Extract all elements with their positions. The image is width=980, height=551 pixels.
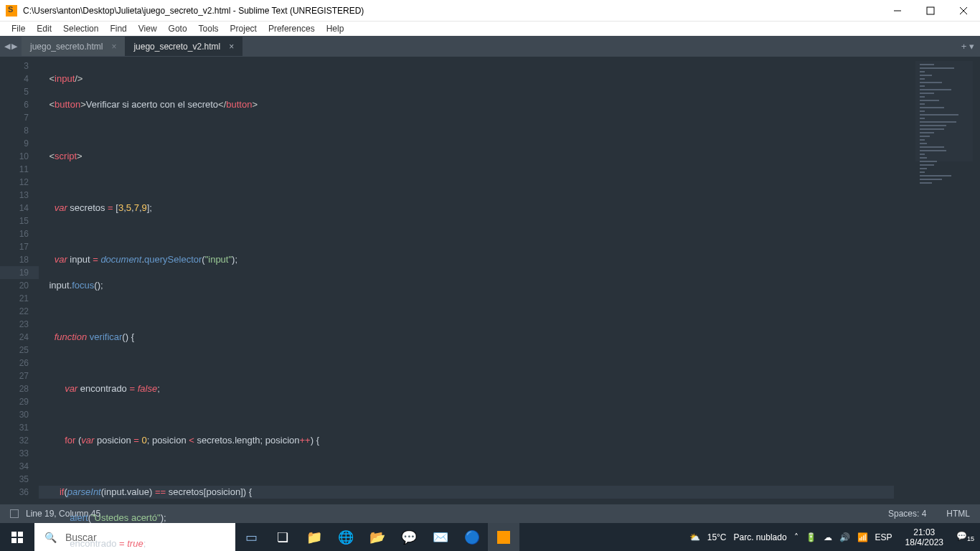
line-number: 26 (0, 357, 39, 369)
line-number: 32 (0, 434, 39, 447)
close-tab-icon[interactable]: × (111, 42, 116, 52)
line-number: 24 (0, 331, 39, 344)
line-number: 18 (0, 253, 39, 266)
line-number: 14 (0, 202, 39, 215)
menubar: File Edit Selection Find View Goto Tools… (0, 22, 980, 36)
line-number: 8 (0, 124, 39, 137)
panel-toggle-icon[interactable] (10, 509, 19, 518)
menu-selection[interactable]: Selection (57, 24, 104, 34)
line-number: 13 (0, 189, 39, 202)
start-button[interactable] (0, 532, 34, 543)
line-number: 19 (0, 266, 39, 279)
line-number: 35 (0, 473, 39, 486)
line-number: 25 (0, 344, 39, 357)
line-number: 28 (0, 382, 39, 395)
menu-view[interactable]: View (133, 24, 163, 34)
line-number: 15 (0, 215, 39, 227)
tab-label: juego_secreto.html (30, 42, 103, 52)
menu-help[interactable]: Help (321, 24, 350, 34)
line-number: 34 (0, 460, 39, 473)
svg-rect-4 (11, 532, 17, 537)
line-number: 23 (0, 318, 39, 331)
menu-goto[interactable]: Goto (163, 24, 193, 34)
line-gutter: 3456789101112131415161718192021222324252… (0, 57, 39, 504)
menu-find[interactable]: Find (104, 24, 132, 34)
line-number: 7 (0, 111, 39, 124)
menu-preferences[interactable]: Preferences (263, 24, 321, 34)
line-number: 4 (0, 72, 39, 85)
line-number: 27 (0, 369, 39, 382)
nav-back-icon[interactable]: ◀ (4, 42, 10, 51)
close-button[interactable] (947, 0, 980, 21)
tab-file-1[interactable]: juego_secreto.html × (22, 37, 125, 56)
line-number: 31 (0, 421, 39, 434)
tab-label: juego_secreto_v2.html (133, 42, 220, 52)
menu-edit[interactable]: Edit (31, 24, 57, 34)
line-number: 6 (0, 98, 39, 111)
new-tab-button[interactable]: + ▾ (956, 41, 980, 52)
line-number: 29 (0, 395, 39, 408)
editor-area[interactable]: 3456789101112131415161718192021222324252… (0, 57, 980, 504)
time: 21:03 (905, 527, 943, 537)
svg-rect-1 (927, 7, 934, 14)
line-number: 30 (0, 408, 39, 421)
line-number: 17 (0, 240, 39, 253)
window-title: C:\Users\anton\Desktop\Julieta\juego_sec… (23, 6, 881, 16)
minimap[interactable] (894, 57, 980, 504)
svg-rect-7 (18, 538, 23, 543)
nav-fwd-icon[interactable]: ▶ (11, 42, 17, 51)
line-number: 9 (0, 137, 39, 150)
line-number: 11 (0, 163, 39, 176)
code-area[interactable]: <input/> <button>Verificar si acerto con… (39, 57, 894, 504)
line-number: 10 (0, 150, 39, 163)
menu-tools[interactable]: Tools (193, 24, 225, 34)
app-logo-icon (6, 5, 17, 17)
line-number: 33 (0, 447, 39, 460)
tab-file-2[interactable]: juego_secreto_v2.html × (125, 37, 242, 56)
svg-rect-6 (11, 538, 17, 543)
date: 18/4/2023 (905, 537, 943, 547)
notifications-icon[interactable]: 💬15 (956, 531, 974, 542)
svg-rect-5 (18, 532, 23, 537)
titlebar: C:\Users\anton\Desktop\Julieta\juego_sec… (0, 0, 980, 22)
line-number: 21 (0, 292, 39, 305)
line-number: 20 (0, 279, 39, 292)
line-number: 16 (0, 227, 39, 240)
maximize-button[interactable] (914, 0, 947, 21)
line-number: 36 (0, 486, 39, 499)
line-number: 5 (0, 85, 39, 98)
menu-project[interactable]: Project (225, 24, 263, 34)
menu-file[interactable]: File (6, 24, 31, 34)
clock[interactable]: 21:03 18/4/2023 (900, 527, 949, 547)
line-number: 22 (0, 305, 39, 318)
syntax-setting[interactable]: HTML (946, 509, 970, 519)
close-tab-icon[interactable]: × (229, 42, 234, 52)
minimize-button[interactable] (881, 0, 914, 21)
tabs-bar: ◀ ▶ juego_secreto.html × juego_secreto_v… (0, 36, 980, 57)
line-number: 3 (0, 60, 39, 72)
line-number: 12 (0, 176, 39, 189)
